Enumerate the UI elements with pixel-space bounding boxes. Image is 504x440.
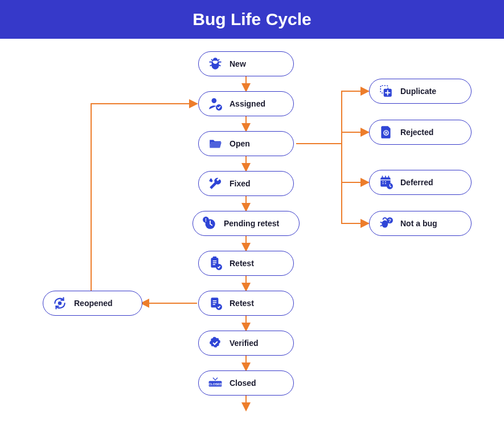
- node-new: New: [198, 51, 294, 76]
- node-pending-retest: ! Pending retest: [192, 211, 300, 236]
- bug-question-icon: ?: [379, 216, 394, 231]
- svg-point-10: [212, 98, 217, 103]
- node-fixed-label: Fixed: [230, 179, 251, 188]
- node-assigned: Assigned: [198, 91, 294, 116]
- node-deferred-label: Deferred: [400, 178, 433, 187]
- clipboard-check-icon: [208, 296, 223, 311]
- node-duplicate-label: Duplicate: [400, 87, 436, 96]
- bug-icon: [208, 56, 223, 71]
- node-reopened-label: Reopened: [74, 299, 113, 308]
- node-notabug-label: Not a bug: [400, 219, 437, 228]
- duplicate-icon: [379, 84, 394, 99]
- clock-alert-icon: !: [202, 216, 217, 231]
- svg-text:!: !: [205, 217, 207, 223]
- node-open-label: Open: [230, 139, 250, 148]
- node-closed: CLOSED Closed: [198, 370, 294, 396]
- node-verified: Verified: [198, 331, 294, 356]
- node-assigned-label: Assigned: [230, 99, 265, 108]
- diagram-header: Bug Life Cycle: [0, 0, 504, 39]
- node-rejected: Rejected: [369, 120, 472, 145]
- svg-rect-16: [213, 256, 217, 259]
- node-deferred: Deferred: [369, 170, 472, 195]
- refresh-gear-icon: [52, 296, 67, 311]
- closed-sign-icon: CLOSED: [208, 376, 223, 390]
- node-rejected-label: Rejected: [400, 128, 433, 137]
- calendar-clock-icon: [379, 175, 394, 190]
- node-pending-label: Pending retest: [224, 219, 279, 228]
- node-retest2-label: Retest: [230, 299, 254, 308]
- svg-text:?: ?: [388, 218, 391, 223]
- diagram-title: Bug Life Cycle: [192, 10, 311, 29]
- node-duplicate: Duplicate: [369, 79, 472, 104]
- node-not-a-bug: ? Not a bug: [369, 211, 472, 236]
- file-x-icon: [379, 125, 394, 140]
- node-reopened: Reopened: [43, 291, 142, 316]
- node-fixed: Fixed: [198, 171, 294, 196]
- node-verified-label: Verified: [230, 339, 259, 348]
- node-retest-label: Retest: [230, 259, 254, 268]
- diagram-canvas: New Assigned Open Fixed ! Pending retest…: [0, 39, 504, 440]
- user-check-icon: [208, 96, 223, 111]
- node-closed-label: Closed: [230, 378, 256, 388]
- node-retest2: Retest: [198, 291, 294, 316]
- svg-text:CLOSED: CLOSED: [208, 382, 222, 386]
- node-new-label: New: [230, 59, 246, 68]
- folder-open-icon: [208, 136, 223, 151]
- node-retest: Retest: [198, 251, 294, 276]
- svg-point-22: [58, 302, 62, 305]
- clipboard-check-icon: [208, 256, 223, 271]
- node-open: Open: [198, 131, 294, 156]
- gear-check-icon: [208, 336, 223, 351]
- wrench-icon: [208, 176, 223, 191]
